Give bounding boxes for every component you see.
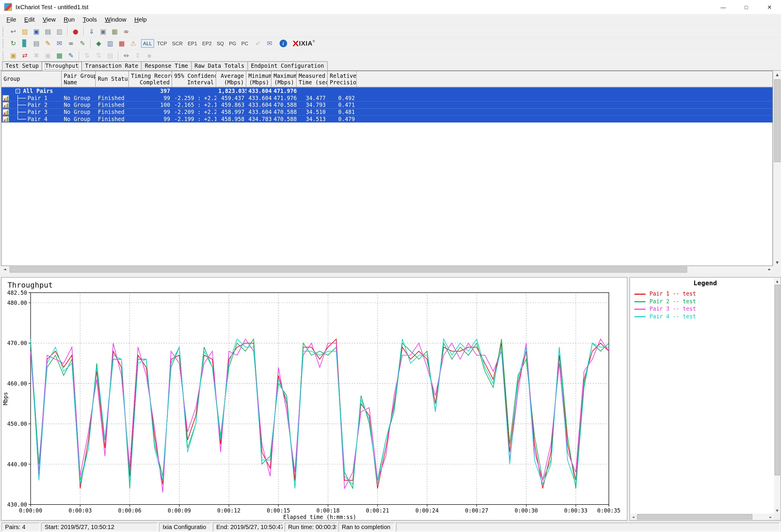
column-header-5[interactable]: Average(Mbps) [216, 71, 246, 87]
view-button-pg[interactable]: PG [227, 39, 238, 48]
send-mail-icon[interactable]: ✉ [264, 38, 276, 49]
scroll-down-icon[interactable]: ▼ [774, 258, 781, 266]
edit-comment-icon[interactable]: ✎ [77, 38, 88, 49]
tab-transaction-rate[interactable]: Transaction Rate [82, 61, 142, 71]
column-header-1[interactable]: Pair GroupName [62, 71, 96, 87]
view-button-sq[interactable]: SQ [215, 39, 226, 48]
print-preview-icon[interactable]: ▥ [54, 26, 66, 37]
add-pair-icon[interactable]: ▊ [19, 38, 31, 49]
scroll-up-icon[interactable]: ▲ [774, 278, 780, 284]
swap-endpoints-icon[interactable]: ⇄ [19, 50, 31, 61]
minimize-button[interactable]: — [712, 0, 735, 14]
legend-item-3[interactable]: Pair 3 -- test [634, 305, 781, 313]
table-row-pair-3[interactable]: ├──Pair 3No GroupFinished99-2.209 : +2.2… [1, 108, 772, 115]
copy-pair-icon[interactable]: ▣ [7, 50, 19, 61]
edit-chart-icon[interactable]: ✎ [42, 38, 54, 49]
app-icon [4, 3, 12, 11]
mail-results-icon[interactable]: ✉ [54, 38, 66, 49]
toolbar-grip[interactable] [2, 27, 5, 36]
table-cell: -2.259 : +2.259 [172, 95, 216, 101]
grid-view-icon[interactable]: ▦ [116, 38, 127, 49]
view-button-tcp[interactable]: TCP [155, 39, 169, 48]
save-test-icon[interactable]: ▣ [31, 26, 42, 37]
paste-run-icon[interactable]: ↩ [7, 26, 19, 37]
view-button-ep1[interactable]: EP1 [186, 39, 199, 48]
stop-run-icon[interactable]: ● [70, 26, 81, 37]
ixia-logo: X IXIA ® [293, 39, 315, 48]
column-header-9[interactable]: RelativePrecision [328, 71, 357, 87]
column-header-4[interactable]: 95% ConfidenceInterval [172, 71, 216, 87]
report-icon[interactable]: ▥ [105, 38, 116, 49]
chart-options-icon[interactable]: ◆ [93, 38, 105, 49]
view-button-all[interactable]: ALL [141, 39, 154, 48]
tree-branch: ├── [16, 109, 26, 115]
toolbar-grip[interactable] [2, 39, 5, 48]
close-button[interactable]: ✕ [758, 0, 781, 14]
menu-item-help[interactable]: Help [130, 14, 151, 25]
table-row-all-pairs[interactable]: -All Pairs3971,823.035433.604471.976 [1, 87, 772, 94]
find-icon[interactable]: ∞ [120, 26, 132, 37]
column-header-2[interactable]: Run Status [96, 71, 129, 87]
menu-item-window[interactable]: Window [101, 14, 130, 25]
column-header-3[interactable]: Timing RecordsCompleted [129, 71, 172, 87]
tab-test-setup[interactable]: Test Setup [2, 61, 42, 71]
tab-raw-data-totals[interactable]: Raw Data Totals [191, 61, 248, 71]
group-pairs-icon[interactable]: ▦ [54, 50, 66, 61]
column-header-8[interactable]: MeasuredTime (sec) [297, 71, 328, 87]
toolbar-grip[interactable] [2, 51, 5, 60]
scroll-left-icon[interactable]: ◄ [1, 266, 8, 273]
tab-endpoint-configuration[interactable]: Endpoint Configuration [247, 61, 327, 71]
table-row-pair-1[interactable]: ├──Pair 1No GroupFinished99-2.259 : +2.2… [1, 94, 772, 101]
tab-response-time[interactable]: Response Time [141, 61, 192, 71]
maximize-button[interactable]: □ [735, 0, 758, 14]
cut-pair-icon: ✖ [31, 50, 42, 61]
column-header-6[interactable]: Minimum(Mbps) [246, 71, 272, 87]
view-button-pc[interactable]: PC [239, 39, 250, 48]
menu-item-file[interactable]: File [2, 14, 20, 25]
table-row-pair-2[interactable]: ├──Pair 2No GroupFinished100-2.165 : +2.… [1, 101, 772, 109]
paste-icon[interactable]: ▦ [109, 26, 120, 37]
legend-item-2[interactable]: Pair 2 -- test [634, 298, 781, 305]
table-cell: 0.471 [328, 102, 357, 108]
view-button-ep2[interactable]: EP2 [200, 39, 214, 48]
open-test-icon[interactable]: ▨ [19, 26, 31, 37]
legend-title: Legend [630, 279, 780, 286]
table-row-pair-4[interactable]: └──Pair 4No GroupFinished99-2.199 : +2.1… [1, 115, 772, 122]
menu-item-run[interactable]: Run [60, 14, 79, 25]
expand-all-icon[interactable]: ⇔ [120, 50, 132, 61]
copy-icon[interactable]: ▣ [97, 26, 109, 37]
table-horizontal-scrollbar[interactable]: ◄ ► [1, 266, 773, 273]
alert-icon[interactable]: ⚠ [127, 38, 139, 49]
scrollbar-thumb[interactable] [637, 514, 752, 520]
legend-item-4[interactable]: Pair 4 -- test [634, 313, 781, 320]
edit-pair-icon[interactable]: ✎ [66, 50, 77, 61]
rerun-test-icon[interactable]: ↻ [7, 38, 19, 49]
scroll-left-icon[interactable]: ◄ [630, 514, 636, 520]
legend-item-1[interactable]: Pair 1 -- test [634, 290, 781, 298]
info-button[interactable]: i [279, 40, 287, 47]
legend-horizontal-scrollbar[interactable]: ◄ ► [630, 514, 774, 520]
export-results-icon[interactable]: ⇓ [86, 26, 97, 37]
menu-item-edit[interactable]: Edit [20, 14, 38, 25]
tab-throughput[interactable]: Throughput [42, 61, 82, 71]
scroll-right-icon[interactable]: ► [768, 514, 774, 520]
view-options-icon[interactable]: ∞ [66, 38, 77, 49]
column-header-0[interactable]: Group [1, 71, 62, 87]
scroll-down-icon[interactable]: ▼ [774, 507, 780, 514]
scrollbar-thumb[interactable] [9, 267, 687, 273]
column-header-7[interactable]: Maximum(Mbps) [272, 71, 297, 87]
scrollbar-thumb[interactable] [774, 79, 780, 162]
legend-vertical-scrollbar[interactable]: ▲ ▼ [774, 278, 780, 514]
print-icon[interactable]: ▤ [42, 26, 54, 37]
view-button-scr[interactable]: SCR [170, 39, 184, 48]
table-vertical-scrollbar[interactable]: ▲ ▼ [774, 71, 781, 266]
scroll-up-icon[interactable]: ▲ [774, 71, 781, 78]
scrollbar-thumb[interactable] [775, 285, 780, 476]
scroll-right-icon[interactable]: ► [766, 266, 773, 273]
print-chart-icon[interactable]: ▤ [31, 38, 42, 49]
tree-expander-icon[interactable]: - [16, 88, 20, 93]
splitter[interactable] [0, 273, 781, 277]
table-cell: Finished [96, 95, 129, 101]
menu-item-view[interactable]: View [39, 14, 60, 25]
menu-item-tools[interactable]: Tools [79, 14, 101, 25]
